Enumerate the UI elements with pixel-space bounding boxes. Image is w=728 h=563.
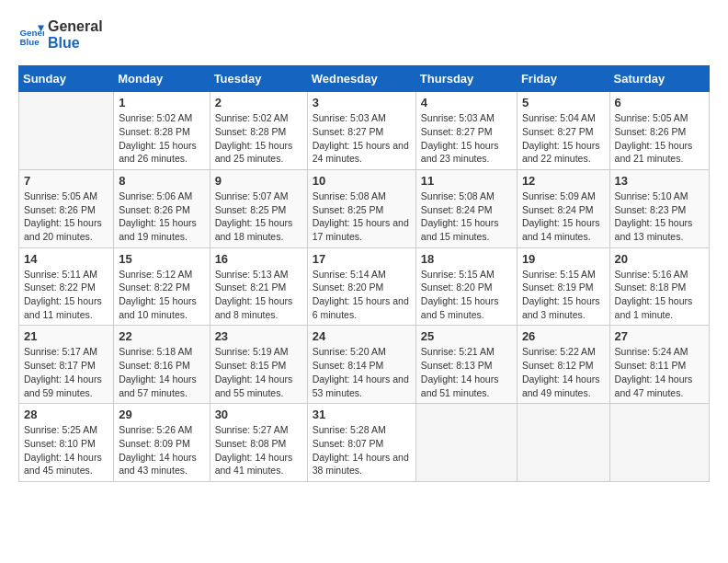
calendar-cell: 19Sunrise: 5:15 AMSunset: 8:19 PMDayligh… (517, 247, 609, 326)
day-number: 7 (24, 174, 108, 188)
calendar-cell: 29Sunrise: 5:26 AMSunset: 8:09 PMDayligh… (114, 404, 210, 482)
calendar-cell: 18Sunrise: 5:15 AMSunset: 8:20 PMDayligh… (415, 247, 517, 326)
cell-content: Sunrise: 5:03 AMSunset: 8:27 PMDaylight:… (421, 111, 512, 166)
cell-content: Sunrise: 5:07 AMSunset: 8:25 PMDaylight:… (215, 190, 302, 244)
day-number: 23 (215, 329, 302, 343)
weekday-header-sunday: Sunday (19, 66, 114, 92)
cell-content: Sunrise: 5:14 AMSunset: 8:20 PMDaylight:… (313, 268, 411, 322)
svg-text:Blue: Blue (19, 37, 40, 47)
day-number: 24 (313, 329, 411, 343)
calendar-cell: 3Sunrise: 5:03 AMSunset: 8:27 PMDaylight… (307, 92, 415, 170)
day-number: 13 (615, 174, 704, 188)
cell-content: Sunrise: 5:19 AMSunset: 8:15 PMDaylight:… (215, 345, 302, 399)
day-number: 14 (24, 252, 108, 266)
cell-content: Sunrise: 5:02 AMSunset: 8:28 PMDaylight:… (215, 111, 302, 166)
calendar-cell: 8Sunrise: 5:06 AMSunset: 8:26 PMDaylight… (114, 169, 210, 247)
cell-content: Sunrise: 5:05 AMSunset: 8:26 PMDaylight:… (615, 111, 704, 166)
weekday-header-monday: Monday (114, 66, 210, 92)
cell-content: Sunrise: 5:08 AMSunset: 8:24 PMDaylight:… (421, 190, 512, 244)
cell-content: Sunrise: 5:16 AMSunset: 8:18 PMDaylight:… (615, 268, 704, 322)
day-number: 5 (522, 96, 605, 109)
cell-content: Sunrise: 5:05 AMSunset: 8:26 PMDaylight:… (24, 190, 108, 244)
day-number: 27 (615, 329, 704, 343)
day-number: 31 (313, 408, 411, 421)
day-number: 12 (522, 174, 605, 188)
day-number: 19 (522, 252, 605, 266)
day-number: 21 (24, 329, 108, 343)
cell-content: Sunrise: 5:21 AMSunset: 8:13 PMDaylight:… (421, 345, 512, 399)
cell-content: Sunrise: 5:18 AMSunset: 8:16 PMDaylight:… (119, 345, 204, 399)
cell-content: Sunrise: 5:13 AMSunset: 8:21 PMDaylight:… (215, 268, 302, 322)
calendar-cell (609, 404, 709, 482)
cell-content: Sunrise: 5:22 AMSunset: 8:12 PMDaylight:… (522, 345, 605, 399)
day-number: 25 (421, 329, 512, 343)
cell-content: Sunrise: 5:11 AMSunset: 8:22 PMDaylight:… (24, 268, 108, 322)
cell-content: Sunrise: 5:08 AMSunset: 8:25 PMDaylight:… (313, 190, 411, 244)
day-number: 16 (215, 252, 302, 266)
logo-line1: General (48, 18, 103, 35)
calendar-table: SundayMondayTuesdayWednesdayThursdayFrid… (18, 65, 710, 482)
calendar-cell: 15Sunrise: 5:12 AMSunset: 8:22 PMDayligh… (114, 247, 210, 326)
weekday-header-friday: Friday (517, 66, 609, 92)
cell-content: Sunrise: 5:28 AMSunset: 8:07 PMDaylight:… (313, 423, 411, 477)
day-number: 20 (615, 252, 704, 266)
calendar-cell: 17Sunrise: 5:14 AMSunset: 8:20 PMDayligh… (307, 247, 415, 326)
calendar-cell: 7Sunrise: 5:05 AMSunset: 8:26 PMDaylight… (19, 169, 114, 247)
weekday-header-wednesday: Wednesday (307, 66, 415, 92)
calendar-week-4: 21Sunrise: 5:17 AMSunset: 8:17 PMDayligh… (19, 326, 710, 404)
calendar-week-1: 1Sunrise: 5:02 AMSunset: 8:28 PMDaylight… (19, 92, 710, 170)
logo-icon: General Blue (18, 22, 44, 48)
calendar-cell: 26Sunrise: 5:22 AMSunset: 8:12 PMDayligh… (517, 326, 609, 404)
cell-content: Sunrise: 5:09 AMSunset: 8:24 PMDaylight:… (522, 190, 605, 244)
logo: General Blue General Blue (18, 18, 103, 51)
calendar-cell: 22Sunrise: 5:18 AMSunset: 8:16 PMDayligh… (114, 326, 210, 404)
day-number: 2 (215, 96, 302, 109)
calendar-cell: 6Sunrise: 5:05 AMSunset: 8:26 PMDaylight… (609, 92, 709, 170)
calendar-cell: 21Sunrise: 5:17 AMSunset: 8:17 PMDayligh… (19, 326, 114, 404)
day-number: 9 (215, 174, 302, 188)
weekday-header-saturday: Saturday (609, 66, 709, 92)
day-number: 10 (313, 174, 411, 188)
day-number: 1 (119, 96, 204, 109)
calendar-cell: 14Sunrise: 5:11 AMSunset: 8:22 PMDayligh… (19, 247, 114, 326)
calendar-cell: 31Sunrise: 5:28 AMSunset: 8:07 PMDayligh… (307, 404, 415, 482)
calendar-week-3: 14Sunrise: 5:11 AMSunset: 8:22 PMDayligh… (19, 247, 710, 326)
day-number: 22 (119, 329, 204, 343)
cell-content: Sunrise: 5:26 AMSunset: 8:09 PMDaylight:… (119, 423, 204, 477)
calendar-cell (517, 404, 609, 482)
calendar-cell: 12Sunrise: 5:09 AMSunset: 8:24 PMDayligh… (517, 169, 609, 247)
day-number: 11 (421, 174, 512, 188)
calendar-cell: 4Sunrise: 5:03 AMSunset: 8:27 PMDaylight… (415, 92, 517, 170)
calendar-cell: 9Sunrise: 5:07 AMSunset: 8:25 PMDaylight… (210, 169, 307, 247)
cell-content: Sunrise: 5:02 AMSunset: 8:28 PMDaylight:… (119, 111, 204, 166)
cell-content: Sunrise: 5:15 AMSunset: 8:19 PMDaylight:… (522, 268, 605, 322)
day-number: 29 (119, 408, 204, 421)
calendar-week-5: 28Sunrise: 5:25 AMSunset: 8:10 PMDayligh… (19, 404, 710, 482)
day-number: 26 (522, 329, 605, 343)
calendar-cell: 1Sunrise: 5:02 AMSunset: 8:28 PMDaylight… (114, 92, 210, 170)
weekday-header-thursday: Thursday (415, 66, 517, 92)
cell-content: Sunrise: 5:06 AMSunset: 8:26 PMDaylight:… (119, 190, 204, 244)
weekday-header-tuesday: Tuesday (210, 66, 307, 92)
cell-content: Sunrise: 5:17 AMSunset: 8:17 PMDaylight:… (24, 345, 108, 399)
calendar-week-2: 7Sunrise: 5:05 AMSunset: 8:26 PMDaylight… (19, 169, 710, 247)
calendar-cell: 24Sunrise: 5:20 AMSunset: 8:14 PMDayligh… (307, 326, 415, 404)
cell-content: Sunrise: 5:10 AMSunset: 8:23 PMDaylight:… (615, 190, 704, 244)
calendar-cell: 30Sunrise: 5:27 AMSunset: 8:08 PMDayligh… (210, 404, 307, 482)
cell-content: Sunrise: 5:24 AMSunset: 8:11 PMDaylight:… (615, 345, 704, 399)
calendar-cell: 13Sunrise: 5:10 AMSunset: 8:23 PMDayligh… (609, 169, 709, 247)
day-number: 4 (421, 96, 512, 109)
calendar-cell: 16Sunrise: 5:13 AMSunset: 8:21 PMDayligh… (210, 247, 307, 326)
calendar-cell: 11Sunrise: 5:08 AMSunset: 8:24 PMDayligh… (415, 169, 517, 247)
day-number: 30 (215, 408, 302, 421)
day-number: 8 (119, 174, 204, 188)
calendar-cell: 25Sunrise: 5:21 AMSunset: 8:13 PMDayligh… (415, 326, 517, 404)
calendar-cell: 28Sunrise: 5:25 AMSunset: 8:10 PMDayligh… (19, 404, 114, 482)
calendar-cell: 27Sunrise: 5:24 AMSunset: 8:11 PMDayligh… (609, 326, 709, 404)
calendar-cell: 5Sunrise: 5:04 AMSunset: 8:27 PMDaylight… (517, 92, 609, 170)
weekday-header-row: SundayMondayTuesdayWednesdayThursdayFrid… (19, 66, 710, 92)
logo-line2: Blue (48, 35, 103, 52)
cell-content: Sunrise: 5:25 AMSunset: 8:10 PMDaylight:… (24, 423, 108, 477)
cell-content: Sunrise: 5:03 AMSunset: 8:27 PMDaylight:… (313, 111, 411, 166)
cell-content: Sunrise: 5:15 AMSunset: 8:20 PMDaylight:… (421, 268, 512, 322)
